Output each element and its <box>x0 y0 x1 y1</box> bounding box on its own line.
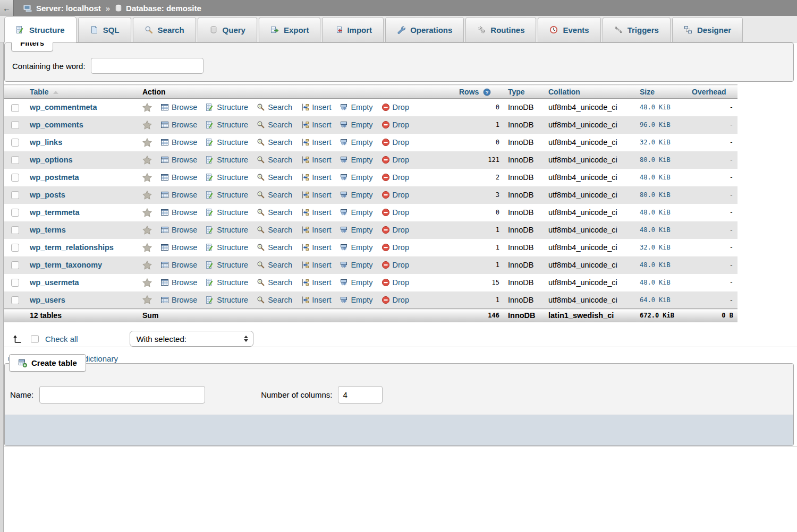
drop-link[interactable]: Drop <box>381 226 409 234</box>
browse-link[interactable]: Browse <box>160 243 197 252</box>
empty-link[interactable]: Empty <box>340 156 372 164</box>
structure-link[interactable]: Structure <box>206 226 248 234</box>
structure-link[interactable]: Structure <box>206 103 248 111</box>
search-link[interactable]: Search <box>257 278 292 287</box>
drop-link[interactable]: Drop <box>381 103 409 111</box>
search-link[interactable]: Search <box>257 191 292 199</box>
tab-operations[interactable]: Operations <box>385 17 464 42</box>
table-name-link[interactable]: wp_usermeta <box>30 278 79 287</box>
header-size[interactable]: Size <box>635 85 688 99</box>
favorite-star-icon[interactable] <box>142 278 152 287</box>
empty-link[interactable]: Empty <box>340 138 372 147</box>
search-link[interactable]: Search <box>257 156 292 164</box>
insert-link[interactable]: Insert <box>301 226 331 234</box>
insert-link[interactable]: Insert <box>301 243 331 252</box>
structure-link[interactable]: Structure <box>206 296 248 304</box>
structure-link[interactable]: Structure <box>206 173 248 182</box>
empty-link[interactable]: Empty <box>340 173 372 182</box>
favorite-star-icon[interactable] <box>142 103 152 112</box>
empty-link[interactable]: Empty <box>340 208 372 217</box>
insert-link[interactable]: Insert <box>301 173 331 182</box>
browse-link[interactable]: Browse <box>160 191 197 199</box>
empty-link[interactable]: Empty <box>340 191 372 199</box>
row-checkbox[interactable] <box>11 279 19 287</box>
header-collation[interactable]: Collation <box>544 85 635 99</box>
empty-link[interactable]: Empty <box>340 278 372 287</box>
table-name-link[interactable]: wp_term_taxonomy <box>30 261 102 269</box>
check-all-link[interactable]: Check all <box>45 334 78 344</box>
insert-link[interactable]: Insert <box>301 261 331 269</box>
structure-link[interactable]: Structure <box>206 121 248 129</box>
columns-count-input[interactable] <box>338 386 383 404</box>
drop-link[interactable]: Drop <box>381 173 409 182</box>
browse-link[interactable]: Browse <box>160 121 197 129</box>
row-checkbox[interactable] <box>11 174 19 182</box>
empty-link[interactable]: Empty <box>340 243 372 252</box>
row-checkbox[interactable] <box>11 244 19 252</box>
favorite-star-icon[interactable] <box>142 261 152 270</box>
header-type[interactable]: Type <box>504 85 544 99</box>
insert-link[interactable]: Insert <box>301 208 331 217</box>
empty-link[interactable]: Empty <box>340 121 372 129</box>
tab-routines[interactable]: Routines <box>465 17 536 42</box>
search-link[interactable]: Search <box>257 121 292 129</box>
header-rows[interactable]: Rows? <box>455 85 504 99</box>
favorite-star-icon[interactable] <box>142 173 152 182</box>
insert-link[interactable]: Insert <box>301 191 331 199</box>
browse-link[interactable]: Browse <box>160 261 197 269</box>
drop-link[interactable]: Drop <box>381 121 409 129</box>
table-name-link[interactable]: wp_term_relationships <box>30 243 114 252</box>
table-name-link[interactable]: wp_commentmeta <box>30 103 97 111</box>
empty-link[interactable]: Empty <box>340 261 372 269</box>
empty-link[interactable]: Empty <box>340 296 372 304</box>
drop-link[interactable]: Drop <box>381 208 409 217</box>
empty-link[interactable]: Empty <box>340 226 372 234</box>
search-link[interactable]: Search <box>257 208 292 217</box>
row-checkbox[interactable] <box>11 209 19 217</box>
browse-link[interactable]: Browse <box>160 173 197 182</box>
table-name-link[interactable]: wp_comments <box>30 121 83 129</box>
breadcrumb-server[interactable]: Server: localhost <box>36 4 101 13</box>
insert-link[interactable]: Insert <box>301 156 331 164</box>
browse-link[interactable]: Browse <box>160 208 197 217</box>
favorite-star-icon[interactable] <box>142 191 152 200</box>
tab-search[interactable]: Search <box>133 17 196 42</box>
tab-designer[interactable]: Designer <box>672 17 743 42</box>
tab-query[interactable]: Query <box>198 17 257 42</box>
browse-link[interactable]: Browse <box>160 226 197 234</box>
header-overhead[interactable]: Overhead <box>688 85 737 99</box>
table-name-link[interactable]: wp_links <box>30 138 62 147</box>
tab-import[interactable]: Import <box>322 17 384 42</box>
tab-structure[interactable]: Structure <box>4 16 77 42</box>
insert-link[interactable]: Insert <box>301 278 331 287</box>
drop-link[interactable]: Drop <box>381 243 409 252</box>
drop-link[interactable]: Drop <box>381 261 409 269</box>
tab-sql[interactable]: SQL <box>78 17 131 42</box>
table-name-link[interactable]: wp_posts <box>30 191 65 199</box>
drop-link[interactable]: Drop <box>381 156 409 164</box>
browse-link[interactable]: Browse <box>160 296 197 304</box>
search-link[interactable]: Search <box>257 296 292 304</box>
row-checkbox[interactable] <box>11 261 19 269</box>
drop-link[interactable]: Drop <box>381 296 409 304</box>
search-link[interactable]: Search <box>257 103 292 111</box>
empty-link[interactable]: Empty <box>340 103 372 111</box>
help-icon[interactable]: ? <box>483 88 491 96</box>
structure-link[interactable]: Structure <box>206 208 248 217</box>
insert-link[interactable]: Insert <box>301 296 331 304</box>
search-link[interactable]: Search <box>257 261 292 269</box>
insert-link[interactable]: Insert <box>301 103 331 111</box>
tab-events[interactable]: Events <box>538 17 600 42</box>
row-checkbox[interactable] <box>11 121 19 129</box>
browse-link[interactable]: Browse <box>160 278 197 287</box>
favorite-star-icon[interactable] <box>142 295 152 304</box>
search-link[interactable]: Search <box>257 138 292 147</box>
row-checkbox[interactable] <box>11 156 19 164</box>
back-button[interactable]: ← <box>0 0 14 16</box>
header-table[interactable]: Table <box>26 85 138 99</box>
drop-link[interactable]: Drop <box>381 191 409 199</box>
insert-link[interactable]: Insert <box>301 138 331 147</box>
structure-link[interactable]: Structure <box>206 261 248 269</box>
browse-link[interactable]: Browse <box>160 156 197 164</box>
table-name-link[interactable]: wp_postmeta <box>30 173 79 182</box>
